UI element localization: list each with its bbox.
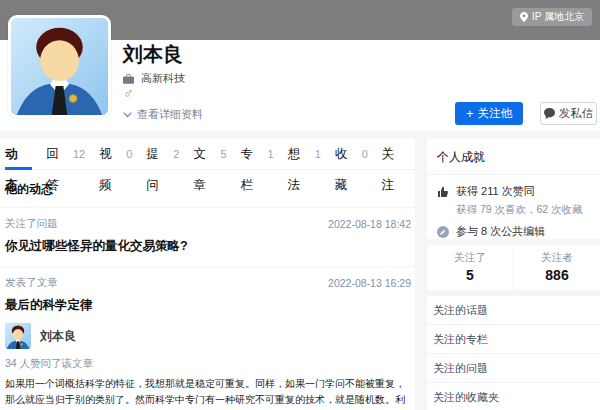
tab-answers[interactable]: 回答12 bbox=[46, 139, 85, 170]
tab-following[interactable]: 关注 bbox=[382, 139, 409, 170]
follow-button-label: 关注他 bbox=[478, 106, 513, 121]
male-icon: ♂ bbox=[123, 86, 134, 100]
tab-collections[interactable]: 收藏0 bbox=[335, 139, 368, 170]
chevron-down-icon bbox=[123, 112, 132, 118]
feed-item: 发表了文章 2022-08-13 16:29 最后的科学定律 bbox=[0, 267, 415, 410]
achievements-title: 个人成就 bbox=[427, 139, 600, 175]
article-title-link[interactable]: 最后的科学定律 bbox=[5, 297, 411, 314]
main-content-card: 动态 回答12 视频0 提问2 文章5 专栏1 想法1 收藏0 bbox=[0, 139, 415, 410]
sidebar-item-followed-topics[interactable]: 关注的话题 bbox=[427, 296, 600, 325]
followers-count: 886 bbox=[514, 267, 600, 283]
vote-count-text: 34 人赞同了该文章 bbox=[5, 357, 411, 371]
upvotes-row: 获得 211 次赞同 bbox=[437, 184, 590, 199]
author-avatar bbox=[5, 323, 31, 349]
follow-button[interactable]: + 关注他 bbox=[455, 102, 523, 125]
activity-action: 关注了问题 bbox=[5, 217, 58, 231]
company-row: 高新科技 bbox=[123, 71, 185, 86]
edit-pencil-icon bbox=[437, 226, 449, 238]
tab-articles[interactable]: 文章5 bbox=[193, 139, 226, 170]
ip-location-badge: IP 属地北京 bbox=[512, 8, 592, 26]
followers-stat[interactable]: 关注者 886 bbox=[513, 245, 600, 290]
plus-icon: + bbox=[466, 107, 474, 120]
sidebar-item-followed-questions[interactable]: 关注的问题 bbox=[427, 354, 600, 383]
profile-page: IP 属地北京 刘本良 高新科技 ♂ bbox=[0, 0, 600, 410]
article-excerpt: 如果用一个词概括科学的特征，我想那就是稳定可重复。同样，如果一门学问不能被重复，… bbox=[5, 376, 414, 410]
follow-links-card: 关注的话题 关注的专栏 关注的问题 关注的收藏夹 bbox=[427, 296, 600, 410]
avatar[interactable] bbox=[8, 15, 111, 118]
briefcase-icon bbox=[123, 74, 134, 84]
tab-questions[interactable]: 提问2 bbox=[146, 139, 179, 170]
expand-details-label: 查看详细资料 bbox=[137, 107, 203, 122]
activity-time: 2022-08-13 16:29 bbox=[328, 277, 411, 289]
tab-videos[interactable]: 视频0 bbox=[99, 139, 132, 170]
thumbs-up-icon bbox=[437, 186, 449, 198]
feed-item: 关注了问题 2022-08-18 18:42 你见过哪些怪异的量化交易策略? bbox=[0, 208, 415, 267]
activity-time: 2022-08-18 18:42 bbox=[328, 218, 411, 230]
following-count: 5 bbox=[427, 267, 513, 283]
tab-activity[interactable]: 动态 bbox=[5, 139, 32, 170]
message-bubble-icon bbox=[544, 108, 555, 119]
user-name: 刘本良 bbox=[123, 41, 183, 68]
tab-columns[interactable]: 专栏1 bbox=[241, 139, 274, 170]
tab-ideas[interactable]: 想法1 bbox=[288, 139, 321, 170]
likes-favs-text: 获得 79 次喜欢，62 次收藏 bbox=[456, 203, 590, 217]
sidebar-item-followed-columns[interactable]: 关注的专栏 bbox=[427, 325, 600, 354]
company-name: 高新科技 bbox=[141, 71, 185, 86]
following-stat[interactable]: 关注了 5 bbox=[427, 245, 513, 290]
profile-tabs: 动态 回答12 视频0 提问2 文章5 专栏1 想法1 收藏0 bbox=[0, 139, 415, 170]
ip-location-text: IP 属地北京 bbox=[532, 12, 584, 22]
following-label: 关注了 bbox=[427, 251, 513, 265]
author-name: 刘本良 bbox=[40, 328, 76, 345]
achievements-card: 个人成就 获得 211 次赞同 获得 79 次喜欢，62 次收藏 参与 8 次公… bbox=[427, 139, 600, 239]
article-author-row[interactable]: 刘本良 bbox=[5, 323, 411, 349]
upvotes-text: 获得 211 次赞同 bbox=[456, 184, 535, 199]
edits-text: 参与 8 次公共编辑 bbox=[456, 224, 545, 239]
expand-details-link[interactable]: 查看详细资料 bbox=[123, 107, 203, 122]
excerpt-text: 如果用一个词概括科学的特征，我想那就是稳定可重复。同样，如果一门学问不能被重复，… bbox=[5, 378, 413, 410]
message-button-label: 发私信 bbox=[559, 106, 594, 121]
edits-row: 参与 8 次公共编辑 bbox=[437, 224, 590, 239]
sidebar-item-followed-favlists[interactable]: 关注的收藏夹 bbox=[427, 383, 600, 410]
followers-label: 关注者 bbox=[514, 251, 600, 265]
message-button[interactable]: 发私信 bbox=[540, 102, 597, 125]
activity-action: 发表了文章 bbox=[5, 276, 58, 290]
location-pin-icon bbox=[520, 12, 528, 22]
follow-stats-card: 关注了 5 关注者 886 bbox=[427, 245, 600, 290]
question-title-link[interactable]: 你见过哪些怪异的量化交易策略? bbox=[5, 238, 411, 255]
